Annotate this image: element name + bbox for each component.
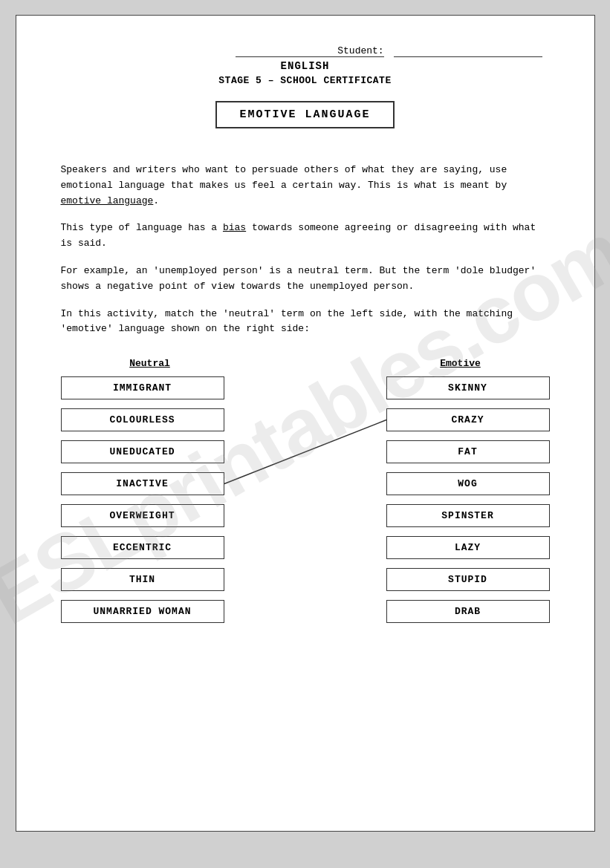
neutral-term-2: UNEDUCATED — [61, 440, 224, 463]
header-area: ENGLISH STAGE 5 – SCHOOL CERTIFICATE EMO… — [61, 60, 550, 149]
emotive-term-0: SKINNY — [386, 376, 550, 399]
paragraph-3: For example, an 'unemployed person' is a… — [61, 264, 550, 295]
student-label: Student: — [236, 45, 384, 57]
neutral-term-4: OVERWEIGHT — [61, 504, 224, 527]
emotive-term-4: SPINSTER — [386, 504, 550, 527]
paragraph-2: This type of language has a bias towards… — [61, 221, 550, 252]
neutral-column: IMMIGRANTCOLOURLESSUNEDUCATEDINACTIVEOVE… — [61, 376, 224, 623]
emotive-term-2: FAT — [386, 440, 550, 463]
bias-term: bias — [223, 222, 246, 233]
matching-rows: IMMIGRANTCOLOURLESSUNEDUCATEDINACTIVEOVE… — [61, 376, 550, 623]
neutral-term-1: COLOURLESS — [61, 408, 224, 431]
paragraph-4: In this activity, match the 'neutral' te… — [61, 307, 550, 338]
emotive-term-5: LAZY — [386, 536, 550, 559]
emotive-column: SKINNYCRAZYFATWOGSPINSTERLAZYSTUPIDDRAB — [386, 376, 550, 623]
emotive-language-term: emotive language — [61, 195, 154, 206]
stage-title: STAGE 5 – SCHOOL CERTIFICATE — [61, 75, 550, 86]
emotive-term-1: CRAZY — [386, 408, 550, 431]
student-name-field — [394, 45, 542, 57]
column-headers: Neutral Emotive — [61, 358, 550, 369]
neutral-column-header: Neutral — [68, 358, 232, 369]
subject-title: ENGLISH — [61, 60, 550, 72]
neutral-term-5: ECCENTRIC — [61, 536, 224, 559]
emotive-term-7: DRAB — [386, 600, 550, 623]
matching-section: Neutral Emotive IMMIGRANTCOLOURLESSUNEDU… — [61, 358, 550, 623]
paragraph-1: Speakers and writers who want to persuad… — [61, 163, 550, 209]
student-line: Student: — [61, 45, 550, 57]
neutral-term-6: THIN — [61, 568, 224, 591]
worksheet-page: ESLprintables.com Student: ENGLISH STAGE… — [16, 15, 595, 832]
worksheet-title: EMOTIVE LANGUAGE — [215, 101, 394, 128]
emotive-term-3: WOG — [386, 472, 550, 495]
svg-line-0 — [224, 420, 386, 484]
neutral-term-0: IMMIGRANT — [61, 376, 224, 399]
neutral-term-7: UNMARRIED WOMAN — [61, 600, 224, 623]
neutral-term-3: INACTIVE — [61, 472, 224, 495]
emotive-column-header: Emotive — [379, 358, 542, 369]
emotive-term-6: STUPID — [386, 568, 550, 591]
